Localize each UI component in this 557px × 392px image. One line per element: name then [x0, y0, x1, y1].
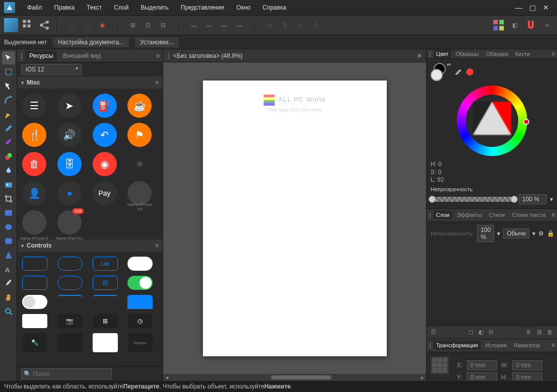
crop-tool[interactable]: [2, 192, 15, 205]
menu-layer[interactable]: Слой: [109, 2, 133, 13]
ctrl-block1[interactable]: [57, 333, 83, 352]
ctrl-flashlight-icon[interactable]: 🔦: [22, 333, 47, 352]
app-icon[interactable]: [4, 18, 18, 32]
corner-tool[interactable]: [2, 94, 15, 107]
h-field[interactable]: 0 mm: [512, 372, 542, 381]
pen-tool[interactable]: [2, 108, 15, 121]
tab-navigator[interactable]: Навигатор: [511, 341, 543, 350]
flip1-icon[interactable]: ⇄: [264, 19, 276, 31]
x-field[interactable]: 0 mm: [467, 360, 497, 370]
scroll-thumb[interactable]: [271, 375, 331, 379]
asset-iphone-xs-icon[interactable]: Name iPhone XS: [127, 181, 152, 205]
panel-menu-icon[interactable]: ≡: [551, 50, 555, 57]
asset-sound-icon[interactable]: 🔊: [57, 123, 82, 147]
scroll-right-icon[interactable]: ▸: [419, 374, 426, 381]
ctrl-tab[interactable]: [127, 295, 153, 309]
tab-color[interactable]: Цвет: [434, 49, 451, 58]
section-controls[interactable]: ▾ Controls ≡: [17, 240, 163, 252]
opacity-field[interactable]: 100 %: [519, 194, 547, 204]
order4-icon[interactable]: ▬: [233, 19, 245, 31]
triangle-tool[interactable]: [2, 249, 15, 262]
asset-spinner-icon[interactable]: ✳: [127, 152, 152, 176]
asset-fuel-icon[interactable]: ⛽: [93, 94, 117, 118]
artboard-tool[interactable]: [2, 65, 15, 79]
brush-tool[interactable]: [2, 136, 15, 149]
tab-appearance[interactable]: Внешний вид: [59, 51, 104, 61]
anchor-widget[interactable]: [431, 356, 449, 374]
page[interactable]: ALL PC World Free Apps One Click Away: [203, 81, 387, 356]
swatches-icon[interactable]: [493, 19, 505, 31]
rotate2-icon[interactable]: ↺: [309, 19, 321, 31]
trash-icon[interactable]: 🗑: [547, 329, 553, 336]
align1-icon[interactable]: ⊞: [127, 19, 139, 31]
asset-avatar-icon[interactable]: 👤: [22, 181, 46, 205]
document-setup-button[interactable]: Настройка документа...: [53, 37, 129, 47]
section-menu-icon[interactable]: ≡: [155, 242, 159, 249]
menu-file[interactable]: Файл: [22, 2, 47, 13]
place-image-tool[interactable]: [2, 178, 15, 191]
align3-icon[interactable]: ⊟: [157, 19, 169, 31]
section-menu-icon[interactable]: ≡: [155, 79, 159, 86]
tab-assets[interactable]: Ресурсы: [25, 51, 57, 61]
asset-cup-icon[interactable]: ☕: [127, 94, 152, 118]
color-cursor[interactable]: [523, 119, 529, 125]
close-tab-icon[interactable]: ✕: [417, 52, 422, 59]
asset-list-icon[interactable]: ☰: [22, 94, 46, 118]
asset-iphone-8-icon[interactable]: Name iPhone 8: [22, 210, 46, 234]
ctrl-divider2[interactable]: [93, 295, 118, 309]
lock-icon[interactable]: 🔒: [547, 230, 554, 237]
dropdown-icon[interactable]: ▾: [532, 230, 535, 237]
dropdown-icon[interactable]: ▾: [497, 230, 500, 237]
preferences-button[interactable]: Установки...: [135, 37, 179, 47]
ctrl-timer-icon[interactable]: ◷: [127, 314, 153, 328]
grid-icon[interactable]: [22, 19, 34, 31]
layer-opacity-field[interactable]: 100 %: [477, 225, 494, 242]
tab-brushes[interactable]: Кисти: [513, 49, 532, 58]
more-icon[interactable]: »: [541, 19, 553, 31]
magnet-icon[interactable]: [525, 19, 537, 31]
order1-icon[interactable]: ▬: [188, 19, 200, 31]
tab-swatches[interactable]: Образцы: [453, 49, 481, 58]
order2-icon[interactable]: ▬: [203, 19, 215, 31]
ctrl-block2[interactable]: [93, 333, 118, 352]
node-tool[interactable]: [2, 80, 15, 93]
share-icon[interactable]: [38, 19, 50, 31]
panel-menu-icon[interactable]: ≡: [551, 211, 555, 218]
menu-edit[interactable]: Правка: [49, 2, 80, 13]
asset-flag-icon[interactable]: ⚑: [127, 123, 152, 147]
w-field[interactable]: 0 mm: [512, 360, 542, 370]
ctrl-divider[interactable]: [57, 295, 83, 309]
minimize-icon[interactable]: —: [515, 4, 522, 12]
new-icon[interactable]: 🗎: [526, 329, 532, 336]
scroll-left-icon[interactable]: ◂: [163, 374, 170, 381]
maximize-icon[interactable]: ▢: [529, 4, 536, 12]
section-misc[interactable]: ▾ Misc ≡: [17, 76, 163, 89]
menu-text[interactable]: Текст: [82, 2, 107, 13]
swap-icon[interactable]: ⇄: [447, 62, 451, 67]
align2-icon[interactable]: ⊡: [142, 19, 154, 31]
blend-mode-field[interactable]: Обычн: [503, 228, 529, 239]
fill-tool[interactable]: [2, 150, 15, 163]
asset-record-icon[interactable]: ◉: [57, 181, 82, 205]
ctrl-stepper[interactable]: ⊟: [93, 276, 118, 290]
shape1-icon[interactable]: ◯: [66, 19, 78, 31]
zoom-tool[interactable]: [2, 305, 15, 318]
menu-select[interactable]: Выделить: [135, 2, 173, 13]
mask-icon[interactable]: ◻: [468, 329, 473, 336]
ellipse-tool[interactable]: [2, 220, 15, 233]
menu-help[interactable]: Справка: [257, 2, 291, 13]
fx-icon[interactable]: fx: [489, 329, 493, 336]
shape2-icon[interactable]: ◯: [81, 19, 93, 31]
ctrl-button-outline[interactable]: [22, 257, 47, 271]
asset-archive-icon[interactable]: 🗄: [57, 152, 82, 176]
group-icon[interactable]: ⊞: [537, 329, 542, 336]
asset-fingerprint-icon[interactable]: ◉: [93, 152, 117, 176]
color-wheel[interactable]: [457, 86, 527, 156]
ctrl-field[interactable]: [22, 276, 47, 290]
ctrl-button-label[interactable]: Lab: [93, 257, 118, 271]
ctrl-toggle-off[interactable]: [127, 257, 153, 271]
ctrl-toggle-on[interactable]: [127, 276, 153, 290]
adjust-icon[interactable]: ◐: [478, 329, 483, 336]
search-input[interactable]: [21, 368, 112, 379]
rotate1-icon[interactable]: ↻: [294, 19, 306, 31]
